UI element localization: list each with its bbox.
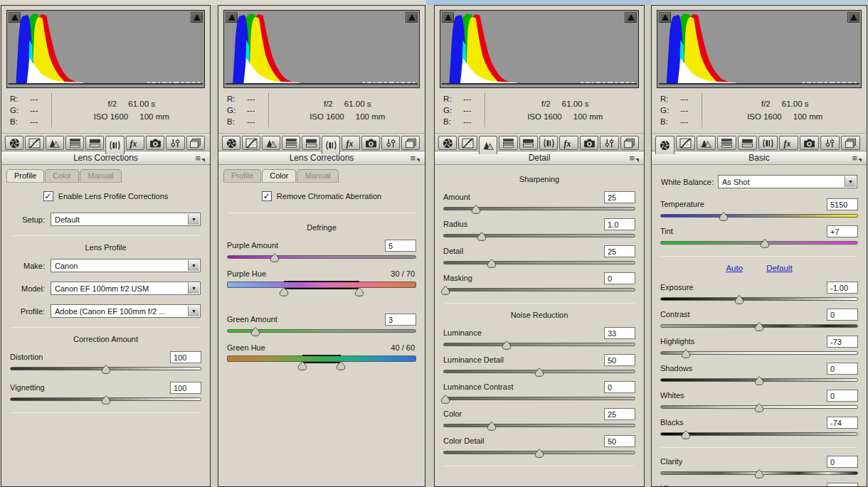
masking-slider[interactable] (443, 285, 635, 296)
green-amount-slider[interactable] (227, 326, 416, 337)
lens-corrections-tool-button[interactable] (322, 136, 340, 154)
highlight-clipping-indicator[interactable] (847, 12, 859, 23)
effects-tool-button[interactable] (779, 136, 798, 150)
slider-thumb[interactable] (535, 368, 544, 377)
temperature-value-field[interactable]: 5150 (827, 198, 858, 210)
white-balance-dropdown[interactable]: As Shot ▼ (718, 175, 857, 188)
slider-thumb[interactable] (682, 430, 691, 439)
shadow-clipping-indicator[interactable] (9, 12, 21, 23)
luminance-detail-slider[interactable] (443, 367, 635, 378)
profile-dropdown[interactable]: Adobe (Canon EF 100mm f/2 ... ▼ (51, 304, 201, 318)
tab-manual[interactable]: Manual (297, 169, 338, 183)
snapshots-tool-button[interactable] (841, 136, 860, 150)
luminance-contrast-slider[interactable] (443, 394, 635, 405)
tone-curve-tool-button[interactable] (676, 136, 695, 150)
tab-manual[interactable]: Manual (80, 169, 121, 183)
hue-low-thumb[interactable] (279, 287, 288, 296)
split-toning-tool-button[interactable] (519, 136, 538, 150)
detail-tool-button[interactable] (479, 136, 497, 154)
camera-calibration-tool-button[interactable] (580, 136, 598, 150)
slider-thumb[interactable] (250, 327, 260, 336)
blacks-slider[interactable] (660, 429, 858, 440)
detail-slider[interactable] (443, 258, 635, 269)
slider-thumb[interactable] (755, 469, 764, 478)
presets-tool-button[interactable] (600, 136, 618, 150)
hue-high-thumb[interactable] (355, 287, 364, 296)
auto-link[interactable]: Auto (726, 264, 743, 272)
temperature-slider[interactable] (660, 211, 858, 222)
split-toning-tool-button[interactable] (302, 136, 320, 150)
color-slider[interactable] (443, 421, 635, 432)
tone-curve-tool-button[interactable] (25, 136, 43, 150)
lens-corrections-tool-button[interactable] (758, 136, 778, 150)
luminance-detail-value-field[interactable]: 50 (604, 354, 635, 366)
basic-adjustments-tool-button[interactable] (5, 136, 23, 150)
detail-value-field[interactable]: 25 (604, 245, 635, 257)
split-toning-tool-button[interactable] (738, 136, 757, 150)
lens-corrections-tool-button[interactable] (539, 136, 558, 150)
slider-thumb[interactable] (440, 286, 450, 295)
exposure-value-field[interactable]: -1.00 (827, 282, 858, 294)
slider-thumb[interactable] (682, 349, 691, 358)
clarity-slider[interactable] (660, 469, 858, 479)
amount-slider[interactable] (443, 204, 635, 215)
tab-color[interactable]: Color (45, 169, 79, 183)
basic-adjustments-tool-button[interactable] (438, 136, 457, 150)
whites-value-field[interactable]: 0 (827, 390, 858, 402)
panel-menu-icon[interactable]: ≡ (629, 151, 639, 165)
tint-slider[interactable] (660, 238, 858, 249)
hsl-grayscale-tool-button[interactable] (499, 136, 517, 150)
color-detail-value-field[interactable]: 50 (604, 435, 635, 447)
green-amount-value-field[interactable]: 3 (385, 314, 416, 326)
snapshots-tool-button[interactable] (186, 136, 205, 150)
effects-tool-button[interactable] (559, 136, 578, 150)
highlight-clipping-indicator[interactable] (406, 12, 418, 23)
presets-tool-button[interactable] (166, 136, 184, 150)
slider-thumb[interactable] (477, 232, 487, 241)
masking-value-field[interactable]: 0 (604, 272, 635, 284)
detail-tool-button[interactable] (46, 136, 64, 150)
camera-calibration-tool-button[interactable] (361, 136, 380, 150)
lens-corrections-tool-button[interactable] (105, 136, 124, 154)
purple-hue-slider[interactable] (227, 281, 416, 297)
panel-menu-icon[interactable]: ≡ (410, 151, 420, 165)
luminance-slider[interactable] (443, 340, 635, 350)
slider-thumb[interactable] (755, 322, 764, 331)
effects-tool-button[interactable] (342, 136, 360, 150)
green-hue-slider[interactable] (227, 355, 416, 371)
slider-thumb[interactable] (487, 422, 496, 431)
whites-slider[interactable] (660, 402, 858, 413)
slider-thumb[interactable] (535, 449, 544, 458)
slider-thumb[interactable] (761, 239, 770, 248)
color-value-field[interactable]: 25 (604, 408, 635, 420)
tint-value-field[interactable]: +7 (827, 225, 858, 237)
distortion-slider[interactable] (10, 364, 201, 375)
vignetting-value-field[interactable]: 100 (170, 382, 201, 394)
shadows-value-field[interactable]: 0 (827, 363, 858, 375)
basic-adjustments-tool-button[interactable] (222, 136, 240, 150)
distortion-value-field[interactable]: 100 (170, 351, 201, 363)
detail-tool-button[interactable] (697, 136, 716, 150)
hsl-grayscale-tool-button[interactable] (65, 136, 84, 150)
hue-low-thumb[interactable] (298, 361, 307, 370)
highlights-slider[interactable] (660, 348, 858, 359)
luminance-value-field[interactable]: 33 (604, 327, 635, 339)
exposure-slider[interactable] (660, 294, 858, 305)
purple-amount-value-field[interactable]: 5 (385, 240, 416, 252)
contrast-slider[interactable] (660, 321, 858, 332)
model-dropdown[interactable]: Canon EF 100mm f/2 USM ▼ (51, 282, 201, 295)
remove-chromatic-aberration-checkbox[interactable]: ✓ (262, 191, 272, 201)
shadow-clipping-indicator[interactable] (659, 12, 671, 23)
luminance-contrast-value-field[interactable]: 0 (604, 381, 635, 393)
hsl-grayscale-tool-button[interactable] (282, 136, 300, 150)
setup-dropdown[interactable]: Default ▼ (51, 213, 201, 226)
blacks-value-field[interactable]: -74 (827, 417, 858, 429)
purple-amount-slider[interactable] (227, 252, 416, 263)
tab-profile[interactable]: Profile (6, 169, 44, 183)
amount-value-field[interactable]: 25 (604, 191, 635, 203)
slider-thumb[interactable] (502, 341, 512, 350)
slider-thumb[interactable] (719, 212, 728, 221)
tone-curve-tool-button[interactable] (458, 136, 477, 150)
snapshots-tool-button[interactable] (620, 136, 639, 150)
make-dropdown[interactable]: Canon ▼ (51, 259, 201, 272)
